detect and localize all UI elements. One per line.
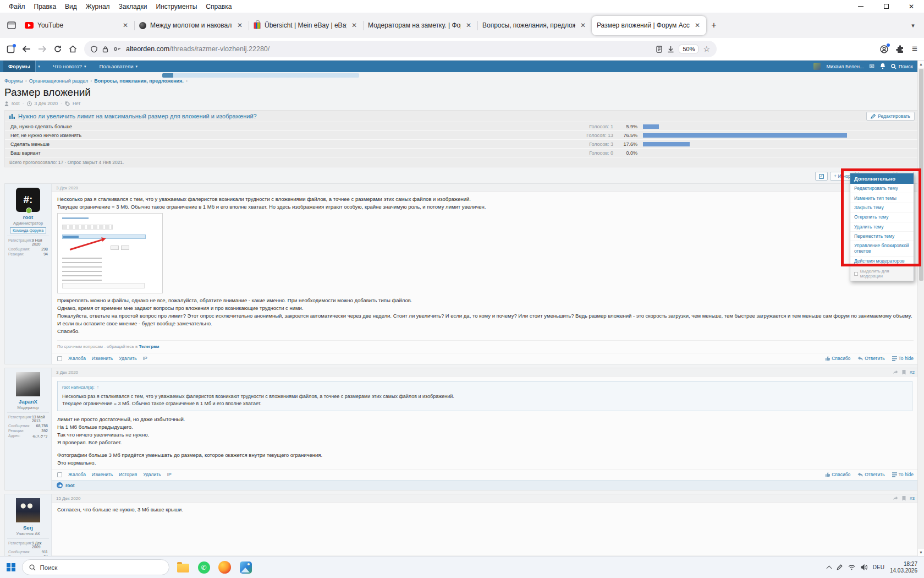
history-link[interactable]: История <box>119 472 137 477</box>
menu-item-moderator-actions[interactable]: Действия модераторов <box>850 257 914 266</box>
delete-link[interactable]: Удалить <box>119 356 136 361</box>
menu-item-move-thread[interactable]: Переместить тему <box>850 232 914 241</box>
post-number[interactable]: #3 <box>910 496 915 501</box>
tab-youtube[interactable]: YouTube ✕ <box>20 16 134 35</box>
tab-attachment-size-active[interactable]: Размер вложений | Форум Ассоци ✕ <box>592 16 706 35</box>
volume-icon[interactable] <box>861 564 867 570</box>
avatar[interactable] <box>16 498 40 522</box>
post-number[interactable]: #2 <box>910 370 915 375</box>
scroll-up-arrow[interactable]: ▲ <box>918 61 924 68</box>
address-bar[interactable]: alteorden.com/threads/razmer-vlozhenij.2… <box>84 41 717 57</box>
post-date[interactable]: 15 Дек 2020 <box>56 496 81 501</box>
menu-item-lock-replies[interactable]: Управление блокировкой ответов <box>850 241 914 256</box>
post-select-checkbox[interactable] <box>57 356 62 361</box>
bookmark-star-icon[interactable]: ☆ <box>703 45 710 53</box>
menu-tools[interactable]: Инструменты <box>152 1 202 12</box>
window-minimize-button[interactable] <box>848 0 873 13</box>
scroll-down-arrow[interactable]: ▼ <box>918 549 924 556</box>
tracking-shield-icon[interactable] <box>91 46 97 53</box>
attached-screenshot-thumbnail[interactable] <box>57 213 163 293</box>
tab-questions-suggestions[interactable]: Вопросы, пожелания, предложени ✕ <box>477 16 592 35</box>
new-tab-button[interactable]: + <box>706 18 722 33</box>
avatar[interactable]: #: <box>16 188 40 212</box>
thread-author[interactable]: root <box>12 101 20 106</box>
tab-moderators-note[interactable]: Модераторам на заметку. | Форум ✕ <box>363 16 477 35</box>
tab-close-icon[interactable]: ✕ <box>122 21 129 29</box>
window-close-button[interactable]: ✕ <box>899 0 924 13</box>
file-explorer-icon[interactable] <box>176 560 190 575</box>
list-all-tabs-icon[interactable]: ▾ <box>905 18 921 33</box>
post-select-checkbox[interactable] <box>57 472 62 477</box>
zoom-level-badge[interactable]: 50% <box>679 45 698 53</box>
report-link[interactable]: Жалоба <box>68 472 86 477</box>
taskbar-clock[interactable]: 18:27 14.03.2026 <box>890 561 917 574</box>
thanks-button[interactable]: Спасибо <box>825 356 850 361</box>
nav-members[interactable]: Пользователи ▾ <box>94 61 142 72</box>
tab-close-icon[interactable]: ✕ <box>350 21 358 29</box>
share-icon[interactable] <box>893 496 898 501</box>
menu-item-close-thread[interactable]: Закрыть тему <box>850 203 914 212</box>
logged-in-username[interactable]: Михаил Белен... <box>826 64 864 69</box>
photos-icon[interactable] <box>239 560 253 575</box>
app-menu-icon[interactable]: ≡ <box>912 43 917 54</box>
tab-close-icon[interactable]: ✕ <box>236 21 244 29</box>
user-avatar[interactable] <box>813 63 821 70</box>
account-icon[interactable] <box>880 45 888 53</box>
tab-ebay[interactable]: Übersicht | Mein eBay | eBay ✕ <box>249 16 363 35</box>
post-username[interactable]: Serj <box>7 525 49 531</box>
menu-view[interactable]: Вид <box>61 1 81 12</box>
menu-history[interactable]: Журнал <box>81 1 114 12</box>
tab-close-icon[interactable]: ✕ <box>579 21 587 29</box>
home-icon[interactable] <box>69 45 77 53</box>
bookmark-icon[interactable] <box>902 370 906 375</box>
share-icon[interactable] <box>893 370 898 375</box>
ip-link[interactable]: IP <box>167 472 172 477</box>
pen-icon[interactable] <box>837 564 843 570</box>
avatar[interactable] <box>16 372 40 396</box>
vertical-scrollbar[interactable]: ▲ ▼ <box>917 61 924 556</box>
post-username[interactable]: JapanX <box>7 399 49 405</box>
taskbar-search-input[interactable]: Поиск <box>22 559 169 575</box>
ip-link[interactable]: IP <box>143 356 147 361</box>
breadcrumb-forums[interactable]: Форумы <box>4 78 23 84</box>
edit-link[interactable]: Изменить <box>92 472 113 477</box>
reload-icon[interactable] <box>54 45 62 53</box>
forum-search-button[interactable]: Поиск <box>891 63 913 69</box>
tab-close-icon[interactable]: ✕ <box>694 21 701 29</box>
nav-forums[interactable]: Форумы <box>3 61 35 72</box>
report-link[interactable]: Жалоба <box>68 356 86 361</box>
telegram-link[interactable]: Телеграм <box>139 344 159 349</box>
tray-chevron-up-icon[interactable] <box>826 565 832 571</box>
checkbox-icon[interactable] <box>854 272 858 276</box>
poll-edit-button[interactable]: Редактировать <box>866 112 915 121</box>
to-hide-button[interactable]: To hide <box>892 472 914 477</box>
firefox-icon[interactable] <box>218 560 232 575</box>
menu-edit[interactable]: Правка <box>30 1 61 12</box>
chevron-down-icon[interactable]: ▾ <box>35 61 42 72</box>
edit-link[interactable]: Изменить <box>92 356 113 361</box>
menu-item-change-thread-type[interactable]: Изменить тип темы <box>850 193 914 203</box>
window-restore-button[interactable] <box>873 0 899 13</box>
menu-help[interactable]: Справка <box>201 1 236 12</box>
bookmark-icon[interactable] <box>902 496 906 501</box>
to-hide-button[interactable]: To hide <box>892 356 914 361</box>
menu-item-edit-thread[interactable]: Редактировать тему <box>850 184 914 193</box>
select-posts-checkbox-button[interactable]: ✓ <box>815 172 828 181</box>
tab-hammer-anvil[interactable]: Между молотом и наковальне ✕ <box>134 16 249 35</box>
extensions-puzzle-icon[interactable] <box>896 45 904 53</box>
firefox-view-icon[interactable] <box>3 17 20 34</box>
keyboard-language[interactable]: DEU <box>873 564 884 570</box>
tab-manager-icon[interactable] <box>7 45 15 53</box>
inbox-envelope-icon[interactable]: ✉ <box>869 63 874 70</box>
permissions-icon[interactable] <box>113 46 121 52</box>
reply-button[interactable]: Ответить <box>857 472 884 477</box>
thanks-button[interactable]: Спасибо <box>825 472 850 477</box>
menu-item-delete-thread[interactable]: Удалить тему <box>850 222 914 232</box>
download-icon[interactable] <box>667 46 674 53</box>
start-button[interactable] <box>7 563 15 572</box>
lock-icon[interactable] <box>102 46 108 53</box>
post-date[interactable]: 3 Дек 2020 <box>56 186 78 190</box>
menu-bookmarks[interactable]: Закладки <box>114 1 152 12</box>
wifi-icon[interactable] <box>848 565 855 570</box>
whatsapp-icon[interactable]: ✆ <box>197 560 211 575</box>
